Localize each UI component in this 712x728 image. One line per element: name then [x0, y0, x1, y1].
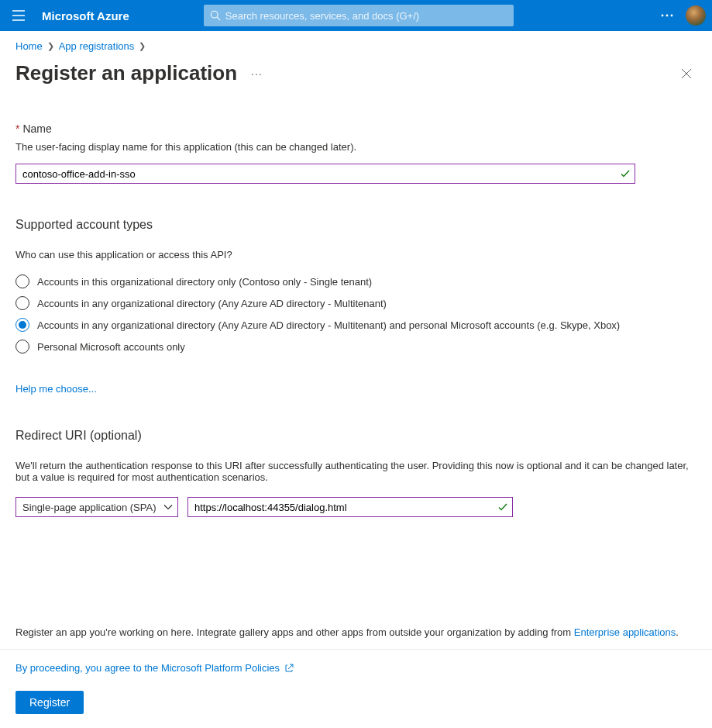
platform-select[interactable]: Single-page application (SPA) — [15, 497, 178, 517]
title-row: Register an application ··· — [0, 57, 712, 85]
radio-multitenant[interactable]: Accounts in any organizational directory… — [15, 296, 697, 310]
radio-single-tenant[interactable]: Accounts in this organizational director… — [15, 274, 697, 288]
breadcrumb-app-registrations[interactable]: App registrations — [59, 40, 135, 52]
chevron-down-icon — [163, 504, 173, 510]
redirect-uri-description: We'll return the authentication response… — [15, 460, 697, 483]
svg-point-2 — [662, 15, 664, 17]
title-more-button[interactable]: ··· — [251, 67, 263, 80]
footer: By proceeding, you agree to the Microsof… — [0, 649, 712, 728]
page-title: Register an application — [15, 61, 237, 85]
external-link-icon — [284, 664, 294, 673]
svg-point-0 — [211, 11, 218, 18]
radio-icon — [15, 274, 29, 288]
checkmark-icon — [497, 502, 508, 512]
breadcrumb: Home ❯ App registrations ❯ — [0, 31, 712, 57]
radio-label: Personal Microsoft accounts only — [37, 341, 185, 353]
radio-label: Accounts in any organizational directory… — [37, 319, 620, 331]
account-types-question: Who can use this application or access t… — [15, 249, 697, 260]
radio-label: Accounts in any organizational directory… — [37, 298, 387, 309]
chevron-right-icon: ❯ — [139, 41, 146, 51]
search-input[interactable] — [225, 10, 507, 22]
brand-label[interactable]: Microsoft Azure — [42, 9, 129, 22]
main-content: *Name The user-facing display name for t… — [0, 85, 712, 626]
radio-personal-only[interactable]: Personal Microsoft accounts only — [15, 340, 697, 354]
chevron-right-icon: ❯ — [47, 41, 54, 51]
svg-point-4 — [671, 15, 673, 17]
register-button[interactable]: Register — [15, 691, 84, 714]
redirect-uri-input[interactable] — [187, 497, 513, 517]
account-types-heading: Supported account types — [15, 218, 697, 232]
redirect-uri-heading: Redirect URI (optional) — [15, 429, 697, 443]
redirect-uri-section: Redirect URI (optional) We'll return the… — [15, 429, 697, 517]
global-search[interactable] — [204, 5, 514, 26]
svg-line-1 — [217, 17, 220, 20]
svg-point-3 — [666, 15, 669, 17]
radio-icon — [15, 340, 29, 354]
more-horizontal-icon — [661, 14, 673, 17]
search-icon — [210, 10, 221, 21]
checkmark-icon — [620, 168, 631, 179]
name-description: The user-facing display name for this ap… — [15, 141, 697, 153]
account-types-section: Supported account types Who can use this… — [15, 218, 697, 395]
user-avatar[interactable] — [686, 5, 706, 26]
radio-multitenant-personal[interactable]: Accounts in any organizational directory… — [15, 318, 697, 332]
hamburger-icon — [12, 10, 25, 21]
enterprise-applications-link[interactable]: Enterprise applications — [574, 626, 676, 638]
platform-policies-link[interactable]: By proceeding, you agree to the Microsof… — [15, 662, 697, 674]
app-name-input[interactable] — [15, 164, 635, 184]
bottom-note: Register an app you're working on here. … — [0, 626, 712, 649]
radio-icon — [15, 318, 29, 332]
more-actions-button[interactable] — [652, 0, 683, 31]
platform-select-value: Single-page application (SPA) — [22, 502, 156, 513]
hamburger-menu-button[interactable] — [0, 0, 37, 31]
topbar: Microsoft Azure — [0, 0, 712, 31]
name-label: *Name — [15, 122, 697, 135]
help-me-choose-link[interactable]: Help me choose... — [15, 383, 97, 395]
radio-icon — [15, 296, 29, 310]
radio-label: Accounts in this organizational director… — [37, 276, 372, 288]
required-star-icon: * — [15, 122, 19, 135]
close-icon — [681, 68, 692, 79]
close-button[interactable] — [676, 64, 697, 84]
breadcrumb-home[interactable]: Home — [15, 40, 43, 52]
